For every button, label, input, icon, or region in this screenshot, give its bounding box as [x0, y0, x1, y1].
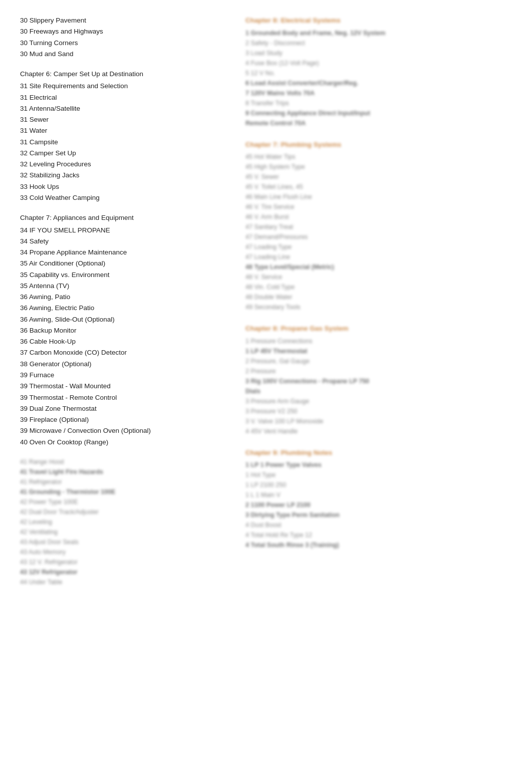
toc-section-blurred-left: 41 Range Hood 41 Travel Light Fire Hazar…	[20, 457, 230, 587]
blurred-item: 4 Fuse Box (12-Volt Page)	[245, 58, 512, 68]
blurred-item: 47 Loading Type	[245, 242, 512, 252]
toc-item: 30 Mud and Sand	[20, 49, 230, 60]
blurred-item: 2 Pressure, Gal Gauge	[245, 356, 512, 366]
toc-section-chapter7: Chapter 7: Appliances and Equipment 34 I…	[20, 212, 230, 448]
blurred-item: 42 Dual Door Track/Adjuster	[20, 507, 230, 517]
blurred-item: 47 Loading Line	[245, 252, 512, 262]
toc-item: 30 Slippery Pavement	[20, 15, 230, 26]
toc-item: 34 Propane Appliance Maintenance	[20, 247, 230, 258]
toc-item: 39 Furnace	[20, 370, 230, 381]
chapter-heading: Chapter 7: Appliances and Equipment	[20, 212, 230, 223]
blurred-item: 1 Pressure Connections	[245, 336, 512, 346]
toc-item: 40 Oven Or Cooktop (Range)	[20, 437, 230, 448]
blurred-item: 48 Vin. Cold Type	[245, 282, 512, 292]
blurred-item: 43 Adjust Door Seals	[20, 537, 230, 547]
blurred-item: 9 Connecting Appliance Direct Input/Inpu…	[245, 108, 512, 118]
blurred-item: 46 V. Arm Burst	[245, 212, 512, 222]
blurred-item: 41 Range Hood	[20, 457, 230, 467]
page-container: 30 Slippery Pavement 30 Freeways and Hig…	[20, 15, 512, 598]
blurred-item: 2 Pressure	[245, 366, 512, 376]
blurred-item: 45 V. Sewer	[245, 172, 512, 182]
toc-item: 35 Antenna (TV)	[20, 281, 230, 292]
toc-item: 36 Awning, Patio	[20, 292, 230, 303]
blurred-item: 48 V. Service	[245, 272, 512, 282]
right-section-heading: Chapter 8: Electrical Systems	[245, 15, 512, 26]
toc-item: 31 Campsite	[20, 137, 230, 148]
blurred-item: 44 Under Table	[20, 577, 230, 587]
blurred-item: Dials	[245, 386, 512, 396]
blurred-item: 41 Refrigerator	[20, 477, 230, 487]
toc-item: 39 Fireplace (Optional)	[20, 414, 230, 425]
blurred-item: 42 Leveling	[20, 517, 230, 527]
toc-item: 34 IF YOU SMELL PROPANE	[20, 225, 230, 236]
blurred-item: 42 Ventilating	[20, 527, 230, 537]
toc-item: 39 Thermostat - Wall Mounted	[20, 381, 230, 392]
blurred-item: 2 Safety - Disconnect	[245, 38, 512, 48]
toc-item: 31 Antenna/Satellite	[20, 103, 230, 114]
toc-item: 31 Site Requirements and Selection	[20, 81, 230, 92]
toc-item: 34 Safety	[20, 236, 230, 247]
blurred-item: 45 V. Toilet Lines, 45	[245, 182, 512, 192]
toc-item: 36 Awning, Slide-Out (Optional)	[20, 314, 230, 325]
right-section-heading: Chapter 9: Plumbing Notes	[245, 447, 512, 458]
toc-item: 30 Turning Corners	[20, 38, 230, 49]
blurred-item: 8 Transfer Trips	[245, 98, 512, 108]
right-section-2: Chapter 7: Plumbing Systems 45 Hot Water…	[245, 139, 512, 313]
blurred-item: 5 12 V No.	[245, 68, 512, 78]
blurred-item: 4 45V Vent Handle	[245, 426, 512, 436]
blurred-item: 46 Main Line Flush Line	[245, 192, 512, 202]
right-section-heading: Chapter 8: Propane Gas System	[245, 323, 512, 334]
toc-item: 37 Carbon Monoxide (CO) Detector	[20, 347, 230, 358]
blurred-item: 1 LP 45V Thermostat	[245, 346, 512, 356]
blurred-item: 42 Power Type 100E	[20, 497, 230, 507]
blurred-item: 1 LP 2100 250	[245, 480, 512, 490]
toc-item: 33 Cold Weather Camping	[20, 192, 230, 203]
toc-section-intro: 30 Slippery Pavement 30 Freeways and Hig…	[20, 15, 230, 60]
blurred-item: 45 High System Type	[245, 162, 512, 172]
blurred-item: 7 120V Mains Volts 70A	[245, 88, 512, 98]
blurred-item: 48 Type Level/Special (Metric)	[245, 262, 512, 272]
blurred-item: 2 1100 Power LP 2100	[245, 500, 512, 510]
chapter-heading: Chapter 6: Camper Set Up at Destination	[20, 69, 230, 80]
toc-item: 31 Sewer	[20, 114, 230, 125]
blurred-item: 3 Pressure Arm Gauge	[245, 396, 512, 406]
blurred-item: 48 Double Water	[245, 292, 512, 302]
blurred-item: 41 Travel Light Fire Hazards	[20, 467, 230, 477]
blurred-item: 43 Auto Memory	[20, 547, 230, 557]
blurred-item: Remote Control 70A	[245, 118, 512, 128]
blurred-item: 3 Load Study	[245, 48, 512, 58]
right-section-heading: Chapter 7: Plumbing Systems	[245, 139, 512, 150]
blurred-item: 1 Hot Type	[245, 470, 512, 480]
blurred-item: 3 V. Valve 100 LP Monoxide	[245, 416, 512, 426]
toc-item: 36 Backup Monitor	[20, 325, 230, 336]
blurred-item: 1 Grounded Body and Frame, Neg. 12V Syst…	[245, 28, 512, 38]
right-section-1: Chapter 8: Electrical Systems 1 Grounded…	[245, 15, 512, 128]
toc-section-chapter6: Chapter 6: Camper Set Up at Destination …	[20, 69, 230, 203]
blurred-item: 49 Secondary Tools	[245, 302, 512, 312]
blurred-item: 1 LP 1 Power Type Valves	[245, 460, 512, 470]
blurred-item: 43 12V Refrigerator	[20, 567, 230, 577]
toc-item: 39 Thermostat - Remote Control	[20, 392, 230, 403]
right-column: Chapter 8: Electrical Systems 1 Grounded…	[245, 15, 512, 598]
blurred-item: 41 Grounding - Thermistor 100E	[20, 487, 230, 497]
blurred-item: 46 V. Tire Service	[245, 202, 512, 212]
left-column: 30 Slippery Pavement 30 Freeways and Hig…	[20, 15, 230, 598]
toc-item: 39 Dual Zone Thermostat	[20, 403, 230, 414]
blurred-item: 47 Demand/Pressures	[245, 232, 512, 242]
toc-item: 38 Generator (Optional)	[20, 359, 230, 370]
right-section-3: Chapter 8: Propane Gas System 1 Pressure…	[245, 323, 512, 436]
blurred-item: 43 12 V. Refrigerator	[20, 557, 230, 567]
blurred-item: 4 Total South Rinse 3 (Training)	[245, 540, 512, 550]
right-section-4: Chapter 9: Plumbing Notes 1 LP 1 Power T…	[245, 447, 512, 551]
toc-item: 32 Camper Set Up	[20, 148, 230, 159]
toc-item: 31 Electrical	[20, 92, 230, 103]
blurred-item: 47 Sanitary Treat	[245, 222, 512, 232]
blurred-item: 3 Pressure V2 250	[245, 406, 512, 416]
toc-item: 36 Awning, Electric Patio	[20, 303, 230, 314]
blurred-item: 4 Dust Boost	[245, 520, 512, 530]
blurred-item: 1 L 1 Main V	[245, 490, 512, 500]
toc-item: 36 Cable Hook-Up	[20, 336, 230, 347]
toc-item: 32 Leveling Procedures	[20, 159, 230, 170]
blurred-item: 45 Hot Water Tips	[245, 152, 512, 162]
blurred-item: 3 Rig 100V Connections - Propane LP 750	[245, 376, 512, 386]
